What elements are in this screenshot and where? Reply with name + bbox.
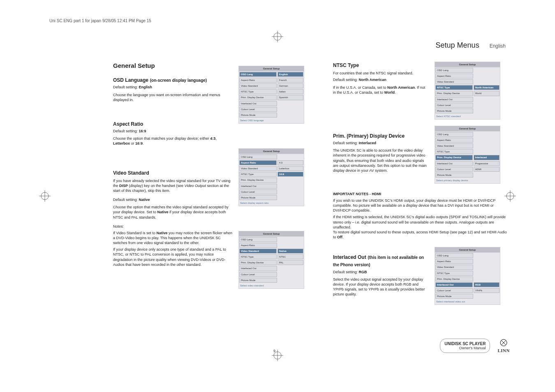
heading-ntsc-type: NTSC Type [333, 62, 427, 69]
menu-option: World [474, 91, 500, 96]
menu-item: Prim. Display Device [435, 91, 473, 96]
menu-title: General Setup [435, 247, 500, 253]
menu-item: Prim. Display Device [239, 95, 277, 100]
menu-hint: Select OSD language [239, 118, 304, 123]
menu-item: Prim. Display Device [239, 260, 277, 265]
menu-item: Video Standard [435, 265, 473, 270]
heading-interlaced-out-main: Interlaced Out [333, 254, 366, 260]
menu-title: General Setup [239, 149, 304, 154]
section-heading-general-setup: General Setup [113, 62, 232, 70]
menu-title: General Setup [435, 62, 500, 67]
product-name: UNIDISK SC PLAYER [444, 341, 486, 346]
menu-item: Colour Level [435, 167, 473, 172]
menu-item: Colour Level [239, 107, 277, 112]
menu-item: Interlaced Out [435, 97, 473, 102]
menu-item: OSD Lang [239, 154, 277, 159]
menu-option: RGB [474, 282, 500, 287]
video-default-value: Native [139, 198, 150, 202]
menu-option: French [278, 78, 303, 83]
menu-screenshot-ntsc: General SetupOSD LangAspect RatioVideo S… [435, 62, 500, 120]
menu-item: NTSC Type [239, 89, 277, 94]
menu-item: Colour Level [239, 272, 277, 277]
menu-title: General Setup [435, 126, 500, 131]
menu-item: Colour Level [239, 189, 277, 194]
video-note-1: If Video Standard is set to Native you m… [113, 231, 232, 245]
menu-option: German [278, 83, 303, 88]
brand-logo-text: LINN [497, 348, 510, 353]
heading-osd-language: OSD Language (on-screen display language… [113, 76, 232, 84]
menu-item: NTSC Type [239, 254, 277, 259]
menu-item: Picture Mode [435, 173, 473, 178]
menu-item: Video Standard [239, 166, 277, 171]
menu-screenshot-video: General SetupOSD LangAspect RatioVideo S… [238, 231, 304, 289]
heading-prim-display: Prim. (Primary) Display Device [333, 132, 427, 140]
heading-osd-language-sub: (on-screen display language) [150, 78, 207, 83]
menu-option: 4:3 [278, 160, 303, 165]
osd-default-value: English [139, 85, 153, 89]
menu-item: Video Standard [435, 79, 473, 84]
menu-option: YPrPb [474, 288, 500, 293]
menu-item: Prim. Display Device [239, 178, 277, 182]
menu-item: OSD Lang [239, 237, 277, 242]
menu-screenshot-inter: General SetupOSD LangAspect RatioVideo S… [435, 247, 500, 305]
menu-item: Picture Mode [435, 294, 473, 299]
menu-item: Aspect Ratio [239, 243, 277, 248]
menu-item: OSD Lang [239, 72, 277, 77]
osd-body: Choose the language you want on-screen i… [113, 92, 232, 102]
ntsc-default-label: Default setting: [333, 78, 358, 82]
menu-item: Video Standard [435, 143, 473, 148]
heading-aspect-ratio-main: Aspect Ratio [113, 121, 143, 127]
crop-mark-left [39, 190, 51, 202]
menu-item: Video Standard [239, 83, 277, 88]
menu-option: Letterbox [278, 166, 303, 171]
menu-item: Interlaced Out [239, 101, 277, 106]
menu-option: Progressive [474, 161, 500, 166]
hdmi-p1: If you wish to use the UNIDISK SC's HDMI… [333, 198, 510, 213]
menu-item: NTSC Type [435, 85, 473, 90]
menu-item: Interlaced Out [239, 266, 277, 271]
page-title: Setup Menus [436, 41, 479, 50]
hdmi-notes-head: IMPORTANT NOTES - HDMI [333, 191, 510, 196]
menu-option: Interlaced [474, 155, 500, 160]
ntsc-p2: If in the U.S.A. or Canada, set to North… [333, 85, 427, 95]
menu-item: Aspect Ratio [435, 138, 473, 143]
menu-item: Interlaced Out [435, 161, 473, 166]
menu-item: NTSC Type [435, 271, 473, 276]
page-number: 9 [273, 349, 275, 353]
inter-default-value: RGB [359, 270, 367, 274]
heading-aspect-ratio: Aspect Ratio [113, 120, 232, 128]
prim-default-value: Interlaced [359, 141, 377, 145]
aspect-default-label: Default setting: [113, 129, 138, 133]
menu-item: Aspect Ratio [239, 160, 277, 165]
menu-hint: Select video standard [239, 283, 304, 288]
prim-p1: The UNIDISK SC is able to account for th… [333, 148, 427, 173]
heading-ntsc-type-main: NTSC Type [333, 62, 359, 68]
video-default-label: Default setting: [113, 198, 138, 202]
product-subtitle: Owner's Manual [459, 346, 486, 350]
menu-item: Video Standard [239, 249, 277, 254]
menu-item: Colour Level [435, 103, 473, 108]
menu-item: Picture Mode [435, 108, 473, 113]
menu-item: Prim. Display Device [435, 155, 473, 160]
menu-title: General Setup [239, 231, 304, 237]
menu-hint: Select NTSC standard [435, 114, 500, 119]
menu-option: PAL [278, 260, 303, 265]
menu-screenshot-prim: General SetupOSD LangAspect RatioVideo S… [435, 126, 500, 184]
menu-item: OSD Lang [435, 132, 473, 137]
menu-option: English [278, 72, 303, 77]
crop-mark-top [272, 31, 283, 42]
menu-item: Colour Level [435, 288, 473, 293]
menu-option: NTSC [278, 254, 303, 259]
ntsc-default-value: North American [359, 78, 386, 82]
menu-option: Spanish [278, 95, 303, 100]
menu-item: Aspect Ratio [239, 78, 277, 83]
print-job-info: Uni SC ENG part 1 for japan 9/28/05 12:4… [49, 18, 151, 23]
osd-default-label: Default setting: [113, 85, 138, 89]
aspect-default-value: 16:9 [139, 129, 146, 133]
menu-item: NTSC Type [239, 172, 277, 177]
menu-screenshot-osd: General SetupOSD LangEnglishAspect Ratio… [238, 66, 304, 124]
menu-option: HDMI [474, 167, 500, 172]
menu-item: OSD Lang [435, 253, 473, 258]
ntsc-p1: For countries that use the NTSC signal s… [333, 71, 427, 76]
menu-option: Italian [278, 89, 303, 94]
